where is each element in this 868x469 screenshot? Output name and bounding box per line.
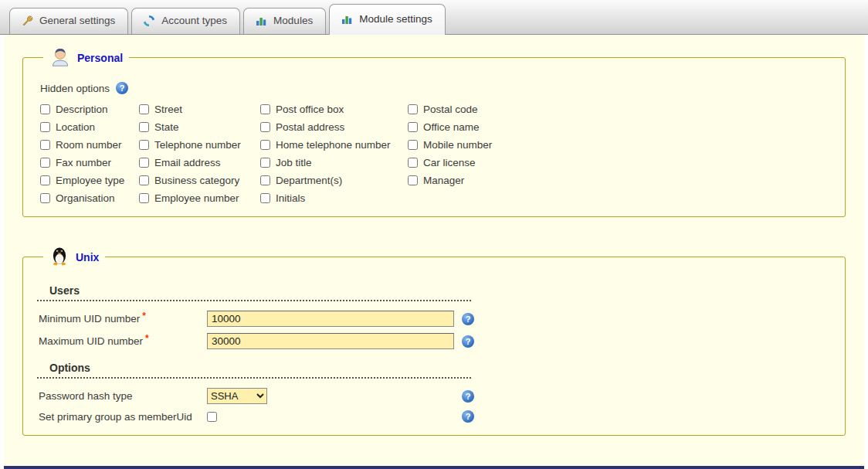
options-subsection-header: Options <box>37 362 471 379</box>
tux-penguin-icon <box>49 245 70 269</box>
hidden-option-item[interactable]: Telephone number <box>139 139 260 151</box>
hidden-option-item[interactable]: Home telephone number <box>260 139 408 151</box>
hidden-option-checkbox[interactable] <box>260 140 270 150</box>
hidden-options-label: Hidden options <box>40 83 110 94</box>
tab-account-types[interactable]: Account types <box>131 8 240 34</box>
hidden-option-item[interactable]: Location <box>40 121 139 133</box>
help-icon[interactable]: ? <box>462 313 474 325</box>
hidden-option-label: Office name <box>423 121 480 133</box>
hidden-option-label: Department(s) <box>276 175 342 186</box>
hidden-option-item[interactable]: Postal code <box>408 104 562 115</box>
hidden-option-checkbox[interactable] <box>40 140 50 150</box>
hidden-option-checkbox[interactable] <box>260 193 270 203</box>
hidden-option-label: Initials <box>276 192 305 204</box>
hidden-option-item[interactable]: Street <box>139 104 260 115</box>
hidden-option-checkbox[interactable] <box>408 122 418 132</box>
tab-label: Account types <box>161 15 227 26</box>
hidden-option-item[interactable]: Employee type <box>40 175 139 186</box>
hidden-option-checkbox[interactable] <box>408 104 418 114</box>
hidden-option-item[interactable]: Mobile number <box>408 139 562 151</box>
member-uid-label: Set primary group as memberUid <box>39 411 207 423</box>
hidden-option-checkbox[interactable] <box>139 140 149 150</box>
hidden-option-checkbox[interactable] <box>260 158 270 168</box>
hidden-option-item[interactable]: Car license <box>408 157 562 168</box>
hidden-option-item[interactable]: Employee number <box>139 192 260 204</box>
hidden-option-checkbox[interactable] <box>139 175 149 185</box>
hidden-option-checkbox[interactable] <box>139 104 149 114</box>
hidden-option-item[interactable]: Fax number <box>40 157 139 168</box>
hidden-option-checkbox[interactable] <box>408 175 418 185</box>
hidden-option-item[interactable]: Job title <box>260 157 408 168</box>
hidden-option-item[interactable]: Description <box>40 104 139 115</box>
section-title: Unix <box>76 251 99 263</box>
hidden-option-item[interactable]: State <box>139 121 260 133</box>
tab-label: Modules <box>273 15 313 26</box>
hidden-option-checkbox[interactable] <box>139 158 149 168</box>
hidden-option-item[interactable]: Initials <box>260 192 408 204</box>
hidden-option-item[interactable]: Email address <box>139 157 260 168</box>
hidden-option-label: Room number <box>56 139 122 151</box>
help-icon[interactable]: ? <box>462 335 474 348</box>
hidden-option-item[interactable]: Postal address <box>260 121 408 133</box>
tab-label: Module settings <box>359 13 432 25</box>
hidden-option-label: Car license <box>423 157 476 168</box>
tab-label: General settings <box>39 15 115 26</box>
personal-legend: Personal <box>43 46 129 70</box>
tab-bar: General settings Account types Modules <box>0 0 868 35</box>
person-icon <box>49 46 71 70</box>
hidden-option-label: Postal address <box>276 121 344 133</box>
hidden-option-item[interactable]: Manager <box>408 175 562 186</box>
hidden-option-label: Telephone number <box>154 139 241 151</box>
hidden-option-checkbox[interactable] <box>408 140 418 150</box>
hidden-option-checkbox[interactable] <box>40 104 50 114</box>
hidden-option-label: Manager <box>423 175 464 186</box>
section-title: Personal <box>77 52 123 64</box>
required-marker: * <box>145 333 149 344</box>
max-uid-input[interactable] <box>207 333 454 349</box>
password-hash-row: Password hash type SSHA ? <box>39 388 831 404</box>
hidden-option-label: Organisation <box>56 192 115 204</box>
content-area: Personal Hidden options ? DescriptionStr… <box>4 35 864 466</box>
help-icon[interactable]: ? <box>116 82 128 94</box>
member-uid-row: Set primary group as memberUid ? <box>39 410 831 423</box>
tab-modules[interactable]: Modules <box>243 8 326 34</box>
hidden-option-label: Mobile number <box>423 139 492 151</box>
hidden-option-checkbox[interactable] <box>408 158 418 168</box>
hidden-option-checkbox[interactable] <box>139 122 149 132</box>
hidden-options-row: Hidden options ? <box>40 82 831 94</box>
hidden-option-item[interactable]: Business category <box>139 175 260 186</box>
help-icon[interactable]: ? <box>462 390 474 403</box>
hidden-option-checkbox[interactable] <box>40 193 50 203</box>
hidden-option-label: Postal code <box>423 104 478 115</box>
hidden-option-checkbox[interactable] <box>260 104 270 114</box>
hidden-option-label: Fax number <box>56 157 111 168</box>
hidden-option-label: Post office box <box>276 104 344 115</box>
hidden-option-checkbox[interactable] <box>40 175 50 185</box>
hidden-option-label: State <box>154 121 179 133</box>
hidden-option-item[interactable]: Department(s) <box>260 175 408 186</box>
hidden-option-checkbox[interactable] <box>260 175 270 185</box>
wrench-icon <box>21 15 33 27</box>
hidden-option-label: Business category <box>154 175 239 186</box>
password-hash-label: Password hash type <box>39 390 207 402</box>
hidden-option-checkbox[interactable] <box>40 158 50 168</box>
hidden-option-checkbox[interactable] <box>260 122 270 132</box>
hidden-option-item[interactable]: Office name <box>408 121 562 133</box>
account-types-icon <box>143 15 155 27</box>
hidden-option-item[interactable]: Room number <box>40 139 139 151</box>
hidden-option-checkbox[interactable] <box>40 122 50 132</box>
footer-bar <box>4 466 864 469</box>
hidden-option-label: Location <box>56 121 95 133</box>
tab-module-settings[interactable]: Module settings <box>329 4 446 35</box>
min-uid-input[interactable] <box>207 311 454 327</box>
hidden-option-checkbox[interactable] <box>139 193 149 203</box>
member-uid-checkbox[interactable] <box>207 412 217 422</box>
hidden-option-item[interactable]: Post office box <box>260 104 408 115</box>
hidden-option-label: Employee number <box>154 192 239 204</box>
tab-general-settings[interactable]: General settings <box>9 8 128 34</box>
password-hash-select[interactable]: SSHA <box>207 388 267 404</box>
modules-icon <box>255 15 267 27</box>
hidden-option-item[interactable]: Organisation <box>40 192 139 204</box>
help-icon[interactable]: ? <box>462 410 474 423</box>
personal-section: Personal Hidden options ? DescriptionStr… <box>22 46 846 217</box>
